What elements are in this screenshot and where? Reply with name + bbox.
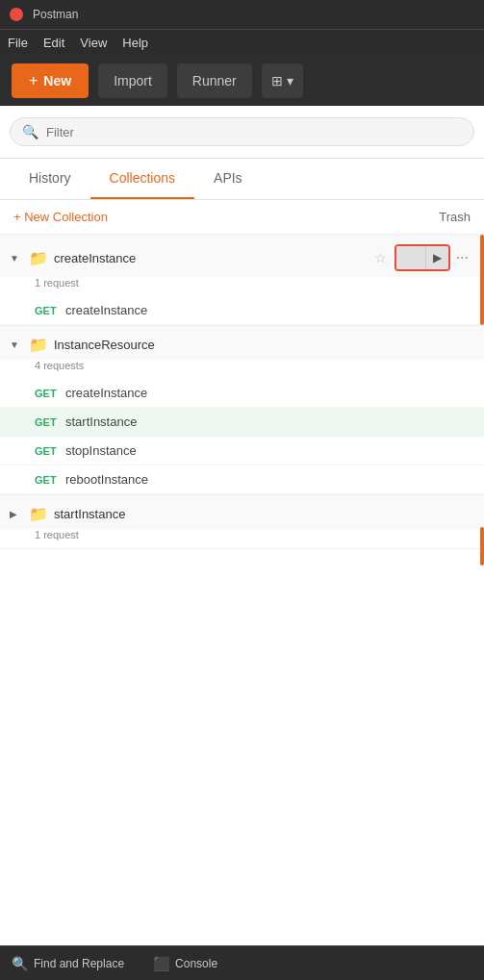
method-badge-get: GET [35,445,65,457]
app-icon [10,8,23,21]
search-icon: 🔍 [12,956,28,971]
request-row[interactable]: GET createInstance [0,379,484,408]
import-button[interactable]: Import [98,63,167,98]
request-row-highlighted[interactable]: GET startInstance [0,408,484,437]
star-icon[interactable]: ☆ [374,250,387,265]
trash-button[interactable]: Trash [439,210,471,224]
toolbar: + New Import Runner ⊞ ▾ [0,56,484,106]
method-badge-get: GET [35,305,65,316]
tab-history[interactable]: History [10,159,90,199]
more-options-button[interactable]: ··· [450,247,474,268]
collection-header-createinstance[interactable]: ▼ 📁 createInstance ☆ ▶ ··· [0,235,484,277]
console-icon: ⬛ [153,956,169,971]
request-name: stopInstance [65,443,137,458]
menu-view[interactable]: View [80,36,107,50]
runner-button[interactable]: Runner [177,63,252,98]
method-badge-get: GET [35,474,65,486]
run-button-highlighted[interactable]: ▶ [395,244,450,271]
chevron-down-icon: ▼ [10,339,23,350]
collection-item-createinstance: ▼ 📁 createInstance ☆ ▶ ··· 1 request GET… [0,235,484,326]
workspace-icon: ⊞ [271,73,283,88]
request-name: rebootInstance [65,472,148,487]
collection-name: createInstance [54,251,369,265]
title-bar: Postman [0,0,484,29]
run-button-area [396,246,425,269]
menu-help[interactable]: Help [122,36,148,50]
method-badge-get: GET [35,388,65,399]
tab-collections[interactable]: Collections [90,159,194,199]
tab-apis[interactable]: APIs [194,159,262,199]
request-name: startInstance [65,415,137,429]
collection-item-startinstance: ▶ 📁 startInstance 1 request [0,495,484,549]
new-button[interactable]: + New [12,63,89,98]
new-collection-button[interactable]: + New Collection [13,210,108,224]
collection-header-startinstance[interactable]: ▶ 📁 startInstance [0,495,484,529]
workspace-button[interactable]: ⊞ ▾ [262,63,303,98]
collection-name: startInstance [54,507,474,521]
search-bar: 🔍 [0,106,484,159]
tabs-bar: History Collections APIs [0,159,484,200]
menu-bar: File Edit View Help [0,29,484,56]
method-badge-get: GET [35,416,65,428]
console-label: Console [175,957,217,970]
request-row[interactable]: GET rebootInstance [0,465,484,494]
request-name: createInstance [65,303,147,317]
collection-name: InstanceResource [54,338,474,352]
sidebar-content: + New Collection Trash ▼ 📁 createInstanc… [0,200,484,945]
folder-icon: 📁 [29,505,48,523]
request-row[interactable]: GET stopInstance [0,437,484,465]
collection-header-instanceresource[interactable]: ▼ 📁 InstanceResource [0,326,484,360]
folder-icon: 📁 [29,249,48,267]
bottom-bar: 🔍 Find and Replace ⬛ Console [0,945,484,980]
chevron-right-icon: ▶ [10,509,23,519]
chevron-down-icon: ▼ [10,253,23,264]
search-icon: 🔍 [22,124,38,139]
scroll-accent-right [480,235,484,325]
console-button[interactable]: ⬛ Console [153,956,217,971]
collection-request-count: 1 request [0,529,484,548]
main-wrapper: 🔍 History Collections APIs + New Collect… [0,106,484,945]
chevron-down-icon: ▾ [287,73,293,88]
new-button-label: New [43,73,71,88]
scrollbar-accent [480,527,484,565]
app-title: Postman [33,8,78,21]
find-replace-button[interactable]: 🔍 Find and Replace [12,956,124,971]
plus-icon: + [29,72,38,89]
run-arrow-icon[interactable]: ▶ [425,246,448,269]
search-input[interactable] [46,125,462,139]
menu-edit[interactable]: Edit [43,36,64,50]
folder-icon: 📁 [29,336,48,354]
find-replace-label: Find and Replace [34,957,124,970]
request-name: createInstance [65,386,147,400]
menu-file[interactable]: File [8,36,28,50]
search-wrapper: 🔍 [10,117,474,146]
collection-request-count: 1 request [0,277,484,296]
new-collection-row: + New Collection Trash [0,200,484,235]
request-row[interactable]: GET createInstance [0,296,484,325]
collection-request-count: 4 requests [0,360,484,379]
collection-item-instanceresource: ▼ 📁 InstanceResource 4 requests GET crea… [0,326,484,495]
